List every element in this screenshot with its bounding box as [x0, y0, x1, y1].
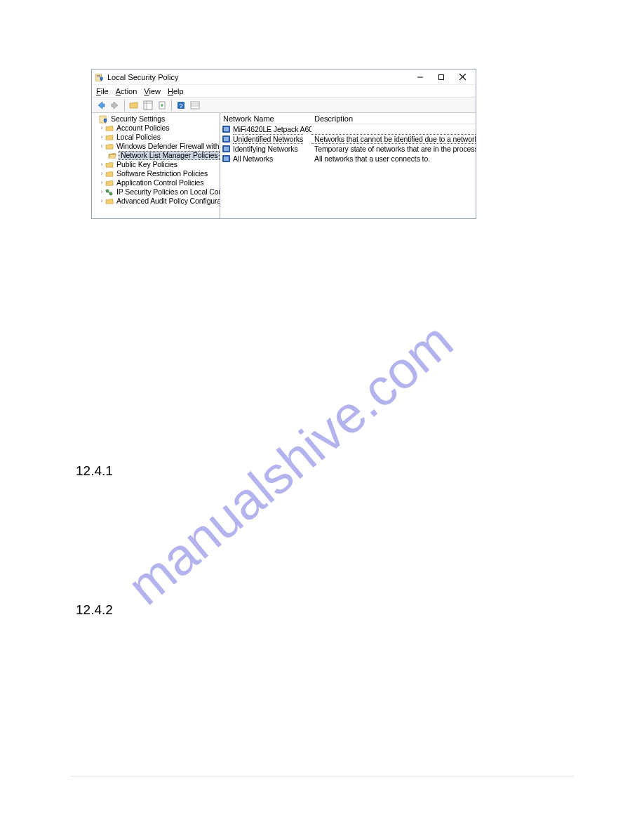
- tree-item-network-list-manager[interactable]: Network List Manager Policies: [92, 151, 220, 160]
- close-button[interactable]: [452, 71, 473, 84]
- local-security-policy-window: Local Security Policy File Action View H…: [91, 69, 476, 219]
- tree-item-local-policies[interactable]: › Local Policies: [92, 133, 220, 142]
- row-label: All Networks: [233, 154, 273, 163]
- watermark: manualshive.com: [84, 183, 519, 632]
- menubar: File Action View Help: [92, 85, 476, 98]
- menu-action[interactable]: Action: [116, 87, 137, 95]
- tree-root[interactable]: Security Settings: [92, 114, 220, 124]
- content-pane: Network Name Description MiFi4620LE Jetp…: [220, 113, 476, 218]
- menu-help[interactable]: Help: [168, 87, 184, 95]
- document-page: Local Security Policy File Action View H…: [0, 0, 644, 834]
- section-12-4-2: 12.4.2: [76, 602, 113, 618]
- svg-rect-13: [191, 102, 199, 109]
- ip-security-icon: [105, 188, 114, 197]
- column-description[interactable]: Description: [311, 114, 476, 123]
- tree-view-button[interactable]: [142, 99, 154, 112]
- tree-item-public-key[interactable]: › Public Key Policies: [92, 160, 220, 169]
- rows-container: MiFi4620LE Jetpack A60A S... Unidentifie…: [220, 124, 476, 164]
- tree-item-ip-security[interactable]: › IP Security Policies on Local Compute: [92, 187, 220, 197]
- list-button[interactable]: [189, 99, 201, 112]
- back-button[interactable]: [95, 99, 107, 112]
- svg-rect-7: [144, 101, 152, 110]
- row-unidentified[interactable]: Unidentified Networks Networks that cann…: [220, 134, 476, 144]
- tree-item-label: Account Policies: [116, 124, 170, 133]
- minimize-button[interactable]: [410, 71, 431, 84]
- add-folder-button[interactable]: [128, 99, 140, 112]
- folder-icon: [105, 133, 114, 142]
- expand-icon[interactable]: ›: [99, 142, 105, 151]
- expand-icon[interactable]: ›: [99, 160, 105, 169]
- expand-icon[interactable]: ›: [99, 133, 105, 142]
- window-titlebar: Local Security Policy: [92, 70, 476, 85]
- svg-rect-4: [439, 74, 444, 79]
- help-button[interactable]: ?: [175, 99, 187, 112]
- expand-icon[interactable]: ›: [99, 187, 105, 197]
- menu-view[interactable]: View: [144, 87, 161, 95]
- row-label: Identifying Networks: [233, 145, 298, 153]
- tree-item-label: Public Key Policies: [116, 160, 178, 169]
- row-desc: All networks that a user connects to.: [311, 154, 476, 163]
- toolbar-separator: [124, 100, 125, 111]
- workspace: Security Settings › Account Policies › L…: [92, 113, 476, 218]
- tree-item-label: Network List Manager Policies: [119, 151, 220, 160]
- toolbar-separator: [171, 100, 172, 111]
- row-label: MiFi4620LE Jetpack A60A S...: [233, 125, 311, 133]
- svg-rect-21: [224, 127, 229, 131]
- tree-item-label: Application Control Policies: [116, 178, 204, 187]
- row-desc: Temporary state of networks that are in …: [311, 145, 476, 153]
- svg-rect-1: [97, 75, 100, 76]
- row-desc: Networks that cannot be identified due t…: [311, 134, 476, 144]
- column-network-name[interactable]: Network Name: [220, 114, 311, 123]
- network-icon: [222, 145, 232, 153]
- folder-icon: [105, 143, 114, 151]
- row-all-networks[interactable]: All Networks All networks that a user co…: [220, 154, 476, 164]
- network-icon: [222, 135, 232, 143]
- expand-icon[interactable]: ›: [99, 178, 105, 187]
- expand-icon[interactable]: ›: [99, 197, 105, 206]
- network-icon: [222, 125, 232, 133]
- folder-icon: [105, 197, 114, 206]
- toolbar: ?: [92, 98, 476, 113]
- tree-item-firewall[interactable]: › Windows Defender Firewall with Adva: [92, 142, 220, 151]
- svg-line-19: [109, 192, 110, 193]
- tree-pane[interactable]: Security Settings › Account Policies › L…: [92, 113, 220, 218]
- tree-item-app-control[interactable]: › Application Control Policies: [92, 178, 220, 187]
- window-title: Local Security Policy: [107, 73, 410, 81]
- expand-icon[interactable]: ›: [99, 169, 105, 178]
- folder-icon: [105, 179, 114, 187]
- network-icon: [222, 154, 232, 163]
- tree-item-advanced-audit[interactable]: › Advanced Audit Policy Configuration: [92, 197, 220, 206]
- svg-rect-2: [97, 77, 100, 77]
- security-policy-icon: [95, 72, 105, 82]
- tree-item-account-policies[interactable]: › Account Policies: [92, 124, 220, 133]
- export-button[interactable]: [156, 99, 168, 112]
- folder-icon: [105, 170, 114, 178]
- tree-item-label: IP Security Policies on Local Compute: [116, 187, 220, 197]
- maximize-button[interactable]: [431, 71, 452, 84]
- svg-rect-23: [224, 137, 229, 141]
- column-headers[interactable]: Network Name Description: [220, 113, 476, 124]
- expand-icon[interactable]: ›: [99, 124, 105, 133]
- tree-item-label: Windows Defender Firewall with Adva: [116, 142, 220, 151]
- svg-rect-25: [224, 147, 229, 151]
- menu-file[interactable]: File: [96, 87, 109, 95]
- security-settings-icon: [99, 115, 109, 124]
- tree-item-label: Software Restriction Policies: [116, 169, 208, 178]
- svg-text:manualshive.com: manualshive.com: [116, 312, 463, 616]
- folder-icon: [105, 124, 114, 133]
- section-12-4-1: 12.4.1: [76, 463, 113, 479]
- svg-rect-27: [224, 157, 229, 161]
- footer-rule: [70, 776, 574, 776]
- folder-open-icon: [107, 152, 117, 160]
- forward-button[interactable]: [109, 99, 121, 112]
- svg-text:?: ?: [179, 102, 182, 109]
- tree-item-label: Local Policies: [116, 133, 161, 142]
- row-mifi[interactable]: MiFi4620LE Jetpack A60A S...: [220, 124, 476, 134]
- row-label: Unidentified Networks: [233, 134, 303, 144]
- row-identifying[interactable]: Identifying Networks Temporary state of …: [220, 144, 476, 154]
- folder-icon: [105, 161, 114, 169]
- tree-item-label: Advanced Audit Policy Configuration: [116, 197, 220, 206]
- tree-item-software-restriction[interactable]: › Software Restriction Policies: [92, 169, 220, 178]
- tree-root-label: Security Settings: [110, 114, 166, 124]
